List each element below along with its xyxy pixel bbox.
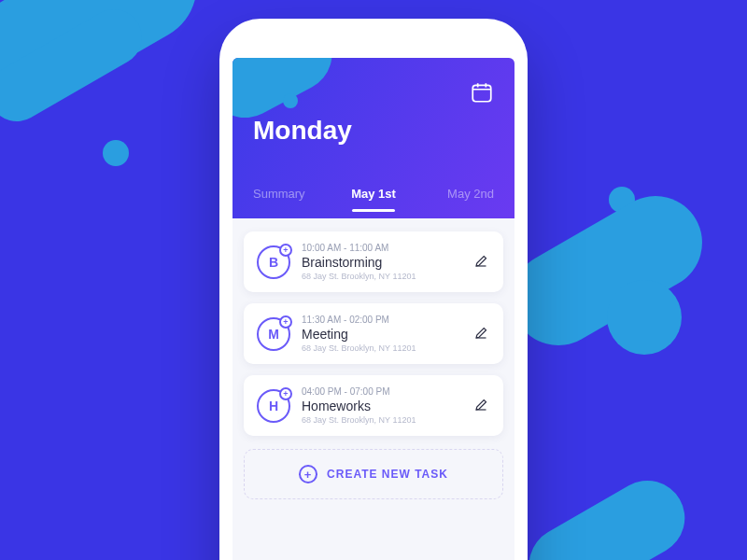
plus-badge-icon: + <box>279 387 292 400</box>
header-decoration-dot <box>283 93 298 108</box>
task-content: 11:30 AM - 02:00 PM Meeting 68 Jay St. B… <box>302 315 462 353</box>
task-location: 68 Jay St. Brooklyn, NY 11201 <box>302 272 462 281</box>
day-title: Monday <box>253 116 352 146</box>
tab-summary[interactable]: Summary <box>253 187 331 212</box>
calendar-icon[interactable] <box>470 80 494 108</box>
tab-may-1st[interactable]: May 1st <box>331 187 416 212</box>
task-time: 04:00 PM - 07:00 PM <box>302 386 462 397</box>
task-content: 10:00 AM - 11:00 AM Brainstorming 68 Jay… <box>302 243 462 281</box>
svg-rect-0 <box>472 85 491 101</box>
bg-blob-dot <box>103 140 129 166</box>
task-list: B + 10:00 AM - 11:00 AM Brainstorming 68… <box>233 218 514 449</box>
task-content: 04:00 PM - 07:00 PM Homeworks 68 Jay St.… <box>302 386 462 425</box>
task-letter: M <box>268 327 279 342</box>
edit-icon[interactable] <box>473 252 490 273</box>
tab-may-2nd[interactable]: May 2nd <box>416 187 494 212</box>
task-title: Meeting <box>302 327 462 342</box>
create-task-label: CREATE NEW TASK <box>327 468 448 481</box>
task-time: 10:00 AM - 11:00 AM <box>302 243 462 253</box>
task-avatar-icon: H + <box>257 389 290 423</box>
tabs: Summary May 1st May 2nd <box>233 179 514 218</box>
screen: Monday Summary May 1st May 2nd B + 10:00… <box>233 58 514 560</box>
task-title: Homeworks <box>302 399 462 413</box>
phone-frame: Monday Summary May 1st May 2nd B + 10:00… <box>219 19 528 560</box>
task-card[interactable]: H + 04:00 PM - 07:00 PM Homeworks 68 Jay… <box>244 375 503 436</box>
task-card[interactable]: M + 11:30 AM - 02:00 PM Meeting 68 Jay S… <box>244 303 503 364</box>
edit-icon[interactable] <box>473 324 490 344</box>
task-title: Brainstorming <box>302 255 462 270</box>
plus-badge-icon: + <box>279 315 292 329</box>
task-letter: H <box>269 399 278 413</box>
bg-blob <box>607 280 682 355</box>
header: Monday Summary May 1st May 2nd <box>233 58 514 218</box>
plus-badge-icon: + <box>279 244 292 257</box>
task-avatar-icon: B + <box>257 245 290 279</box>
task-card[interactable]: B + 10:00 AM - 11:00 AM Brainstorming 68… <box>244 231 503 292</box>
task-avatar-icon: M + <box>257 317 290 351</box>
plus-circle-icon: + <box>299 465 317 483</box>
create-task-button[interactable]: + CREATE NEW TASK <box>244 449 503 499</box>
bg-blob <box>515 467 698 560</box>
task-letter: B <box>269 255 278 270</box>
task-time: 11:30 AM - 02:00 PM <box>302 315 462 325</box>
bg-blob <box>495 179 720 363</box>
task-location: 68 Jay St. Brooklyn, NY 11201 <box>302 343 462 353</box>
task-location: 68 Jay St. Brooklyn, NY 11201 <box>302 415 462 425</box>
edit-icon[interactable] <box>473 396 490 416</box>
